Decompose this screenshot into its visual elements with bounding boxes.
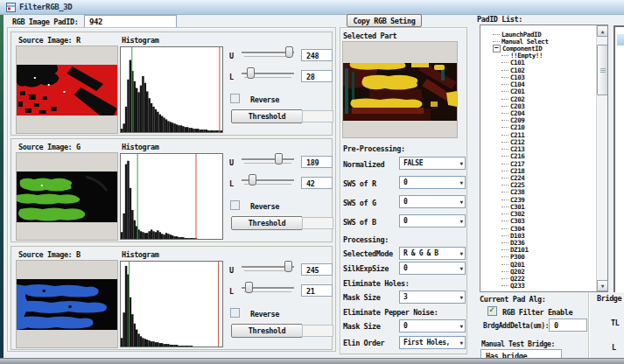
param-dropdown[interactable]: FALSE ▼ xyxy=(399,157,466,170)
tree-item[interactable]: C210 xyxy=(480,124,594,131)
tree-item[interactable]: C103 xyxy=(480,74,594,80)
upper-threshold-field[interactable]: 189 xyxy=(301,156,333,168)
tree-connector xyxy=(501,249,508,250)
scroll-up-arrow-icon[interactable]: ▲ xyxy=(597,25,608,37)
tree-item[interactable]: C301 xyxy=(480,203,594,210)
reverse-checkbox[interactable] xyxy=(230,308,240,318)
rgb-filter-enable-checkbox[interactable]: ✓ xyxy=(487,306,497,316)
slider-thumb[interactable] xyxy=(285,46,293,58)
param-dropdown[interactable]: 3 ▼ xyxy=(399,290,466,304)
copy-rgb-setting-button[interactable]: Copy RGB Seting xyxy=(347,14,422,27)
dropdown-arrow-icon[interactable]: ▼ xyxy=(459,294,463,300)
dropdown-arrow-icon[interactable]: ▼ xyxy=(459,323,463,329)
tree-item[interactable]: C102 xyxy=(480,66,594,74)
tree-item[interactable]: Q222 xyxy=(480,275,594,282)
reverse-checkbox[interactable] xyxy=(230,200,240,210)
slider-thumb[interactable] xyxy=(275,153,283,164)
histogram-frame xyxy=(120,153,223,240)
tree-item[interactable]: C101 xyxy=(480,60,594,66)
tree-item[interactable]: Q233 xyxy=(480,283,594,290)
bridge-delta-field[interactable]: 0 xyxy=(549,318,587,332)
param-dropdown[interactable]: First Holes, ▼ xyxy=(399,336,466,349)
param-dropdown[interactable]: 0 ▼ xyxy=(399,176,466,189)
dropdown-arrow-icon[interactable]: ▼ xyxy=(459,265,463,271)
tree-item[interactable]: DZ101 xyxy=(480,247,594,254)
tree-item[interactable]: Q201 xyxy=(480,261,594,268)
upper-threshold-slider[interactable] xyxy=(242,261,294,273)
collapse-icon[interactable]: − xyxy=(493,45,501,52)
tree-item[interactable]: !!Empty!! xyxy=(480,52,594,60)
tree-item[interactable]: C202 xyxy=(480,95,594,102)
tree-connector xyxy=(501,113,508,114)
lower-threshold-slider[interactable] xyxy=(242,282,294,294)
param-dropdown[interactable]: 0 ▼ xyxy=(399,214,466,228)
tree-item[interactable]: C204 xyxy=(480,109,594,116)
tree-item[interactable]: C238 xyxy=(480,189,594,196)
lower-threshold-slider[interactable] xyxy=(242,67,294,80)
histogram-plot xyxy=(121,262,222,346)
tree-item[interactable]: C212 xyxy=(480,138,594,145)
tree-item[interactable]: D103 xyxy=(480,232,594,239)
slider-thumb[interactable] xyxy=(284,261,292,272)
tree-item[interactable]: C211 xyxy=(480,131,594,138)
tree-item[interactable]: C104 xyxy=(480,81,594,88)
threshold-button[interactable]: Threshold xyxy=(231,216,303,230)
dropdown-arrow-icon[interactable]: ▼ xyxy=(459,340,463,346)
pad-id-tree[interactable]: LaunchPadIDManual Select−ComponentID!!Em… xyxy=(480,24,608,292)
lower-threshold-slider[interactable] xyxy=(242,174,294,186)
threshold-button[interactable]: Threshold xyxy=(231,324,303,338)
tree-item[interactable]: C216 xyxy=(480,153,594,160)
param-row: SWS of R 0 ▼ xyxy=(341,175,466,194)
lower-threshold-field[interactable]: 21 xyxy=(301,284,333,297)
pad-id-field[interactable]: 942 xyxy=(84,15,177,28)
tree-item[interactable]: C239 xyxy=(480,196,594,203)
dropdown-arrow-icon[interactable]: ▼ xyxy=(459,160,463,166)
dropdown-arrow-icon[interactable]: ▼ xyxy=(459,179,463,186)
param-dropdown[interactable]: R & G & B ▼ xyxy=(399,247,466,260)
reverse-label: Reverse xyxy=(250,310,279,318)
tree-item[interactable]: C304 xyxy=(480,225,594,232)
upper-threshold-field[interactable]: 248 xyxy=(301,49,333,61)
tree-item[interactable]: C303 xyxy=(480,218,594,225)
processing-rows: SelectedMode R & G & B ▼ SilkExpSize 0 ▼ xyxy=(341,247,466,276)
tree-item[interactable]: Q202 xyxy=(480,268,594,275)
tree-item[interactable]: C217 xyxy=(480,160,594,167)
upper-threshold-slider[interactable] xyxy=(242,46,294,59)
dropdown-arrow-icon[interactable]: ▼ xyxy=(459,199,463,205)
param-dropdown[interactable]: 0 ▼ xyxy=(399,319,466,332)
tree-item[interactable]: C203 xyxy=(480,102,594,109)
slider-thumb[interactable] xyxy=(249,174,256,186)
param-dropdown[interactable]: 0 ▼ xyxy=(399,262,466,275)
tree-item[interactable]: C224 xyxy=(480,174,594,181)
param-dropdown[interactable]: 0 ▼ xyxy=(399,195,466,208)
tree-item[interactable]: C302 xyxy=(480,210,594,217)
tree-scrollbar[interactable]: ▲ ▼ xyxy=(596,25,607,291)
lower-threshold-field[interactable]: 28 xyxy=(301,70,333,82)
tree-item[interactable]: C225 xyxy=(480,182,594,189)
tree-item[interactable]: C218 xyxy=(480,167,594,174)
scrollbar-thumb[interactable] xyxy=(597,45,608,95)
upper-threshold-slider[interactable] xyxy=(242,153,294,165)
tree-item[interactable]: C201 xyxy=(480,88,594,95)
tree-connector xyxy=(501,91,508,92)
channel-panel: Source Image: G Histogram U 189 L 42 Rev… xyxy=(11,138,333,242)
tree-item[interactable]: C213 xyxy=(480,146,594,153)
tree-item[interactable]: P300 xyxy=(480,254,594,261)
lower-threshold-label: L xyxy=(229,73,234,81)
scroll-down-arrow-icon[interactable]: ▼ xyxy=(597,280,608,291)
upper-threshold-field[interactable]: 245 xyxy=(301,263,333,276)
tree-connector xyxy=(501,214,508,214)
dropdown-arrow-icon[interactable]: ▼ xyxy=(459,250,463,256)
tree-item-label: Q233 xyxy=(510,282,524,290)
lower-threshold-field[interactable]: 42 xyxy=(301,177,333,189)
tree-item[interactable]: D236 xyxy=(480,239,594,246)
dropdown-arrow-icon[interactable]: ▼ xyxy=(459,218,463,224)
bridge-delta-label: BrdgAddDelta(um): xyxy=(483,322,549,330)
reverse-checkbox[interactable] xyxy=(230,94,240,103)
slider-thumb[interactable] xyxy=(245,282,253,293)
tree-item[interactable]: C209 xyxy=(480,117,594,124)
param-label: SilkExpSize xyxy=(343,264,389,273)
param-row: SWS of G 0 ▼ xyxy=(341,194,466,214)
slider-thumb[interactable] xyxy=(247,67,255,79)
threshold-button[interactable]: Threshold xyxy=(231,109,303,123)
